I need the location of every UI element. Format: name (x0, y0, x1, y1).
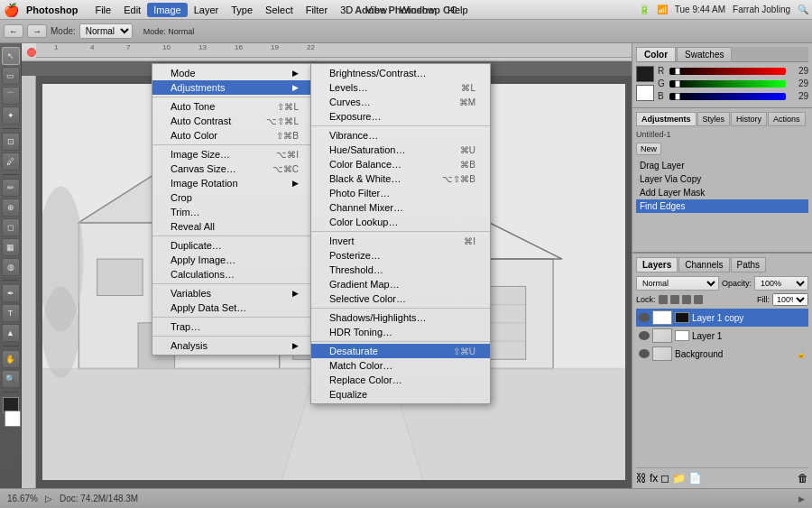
new-layer-btn[interactable]: 📄 (688, 472, 702, 485)
menu-apply-data-set[interactable]: Apply Data Set… (152, 300, 313, 315)
menu-filter[interactable]: Filter (300, 3, 334, 17)
background-color[interactable] (5, 411, 21, 427)
tool-brush[interactable]: ✏ (2, 179, 20, 197)
tool-eraser[interactable]: ◻ (2, 218, 20, 236)
submenu-black-white[interactable]: Black & White… ⌥⇧⌘B (311, 171, 490, 186)
submenu-brightness-contrast[interactable]: Brightness/Contrast… (311, 66, 490, 80)
submenu-equalize[interactable]: Equalize (311, 387, 490, 402)
menu-view[interactable]: View (359, 3, 393, 17)
tool-move[interactable]: ↖ (2, 47, 20, 65)
lock-position-btn[interactable] (682, 295, 691, 304)
tool-text[interactable]: T (2, 304, 20, 322)
app-name[interactable]: Photoshop (26, 5, 78, 15)
menu-help[interactable]: Help (441, 3, 475, 17)
tab-styles[interactable]: Styles (697, 112, 731, 126)
tool-shape[interactable]: ▲ (2, 324, 20, 342)
tab-layers[interactable]: Layers (636, 257, 678, 272)
tool-magic-wand[interactable]: ✦ (2, 106, 20, 125)
submenu-channel-mixer[interactable]: Channel Mixer… (311, 200, 490, 215)
menu-adjustments[interactable]: Adjustments ▶ (152, 80, 313, 95)
submenu-selective-color[interactable]: Selective Color… (311, 291, 490, 306)
submenu-gradient-map[interactable]: Gradient Map… (311, 277, 490, 291)
tool-eyedropper[interactable]: 🖊 (2, 152, 20, 171)
toolbar-mode-btn[interactable]: ← (4, 24, 23, 38)
blue-slider[interactable] (669, 93, 786, 100)
submenu-invert[interactable]: Invert ⌘I (311, 234, 490, 248)
link-layers-btn[interactable]: ⛓ (636, 472, 647, 485)
toolbar-back-btn[interactable]: → (27, 24, 47, 38)
menu-auto-tone[interactable]: Auto Tone ⇧⌘L (152, 99, 313, 114)
menu-calculations[interactable]: Calculations… (152, 267, 313, 282)
menu-variables[interactable]: Variables ▶ (152, 286, 313, 300)
layer-eye-1[interactable] (639, 331, 650, 340)
submenu-threshold[interactable]: Threshold… (311, 263, 490, 277)
menu-image-rotation[interactable]: Image Rotation ▶ (152, 176, 313, 190)
lock-transparent-btn[interactable] (659, 295, 668, 304)
tool-crop[interactable]: ⊡ (2, 133, 20, 151)
menu-duplicate[interactable]: Duplicate… (152, 238, 313, 253)
menu-trim[interactable]: Trim… (152, 205, 313, 219)
submenu-replace-color[interactable]: Replace Color… (311, 373, 490, 387)
menu-mode[interactable]: Mode ▶ (152, 66, 313, 80)
menu-window[interactable]: Window (393, 3, 441, 17)
submenu-color-balance[interactable]: Color Balance… ⌘B (311, 157, 490, 171)
adj-find-edges[interactable]: Find Edges (636, 199, 808, 213)
add-style-btn[interactable]: fx (650, 472, 658, 485)
green-slider[interactable] (669, 80, 786, 88)
delete-layer-btn[interactable]: 🗑 (798, 472, 808, 485)
menu-file[interactable]: File (88, 3, 117, 17)
fill-select[interactable]: 100% (772, 293, 808, 306)
layer-row-background[interactable]: Background 🔒 (636, 345, 808, 363)
tab-history[interactable]: History (731, 112, 767, 126)
submenu-hue-saturation[interactable]: Hue/Saturation… ⌘U (311, 143, 490, 157)
menu-image-size[interactable]: Image Size… ⌥⌘I (152, 147, 313, 162)
tab-color[interactable]: Color (636, 47, 676, 61)
menu-select[interactable]: Select (259, 3, 300, 17)
tab-channels[interactable]: Channels (678, 257, 729, 272)
fg-color-swatch[interactable] (636, 66, 654, 82)
adj-drag-layer[interactable]: Drag Layer (636, 159, 808, 172)
tab-actions[interactable]: Actions (768, 112, 806, 126)
tab-swatches[interactable]: Swatches (677, 47, 732, 61)
tab-paths[interactable]: Paths (731, 257, 767, 272)
layer-row-1-copy[interactable]: Layer 1 copy (636, 309, 808, 327)
menu-3d[interactable]: 3D (334, 3, 359, 17)
menu-reveal-all[interactable]: Reveal All (152, 219, 313, 234)
tool-marquee[interactable]: ▭ (2, 67, 20, 85)
submenu-hdr-toning[interactable]: HDR Toning… (311, 325, 490, 339)
blend-mode-select[interactable]: Normal (636, 276, 719, 291)
layer-eye-1-copy[interactable] (639, 313, 650, 322)
adj-layer-via-copy[interactable]: Layer Via Copy (636, 172, 808, 186)
submenu-exposure[interactable]: Exposure… (311, 109, 490, 124)
menu-trap[interactable]: Trap… (152, 319, 313, 334)
menubar-search-icon[interactable]: 🔍 (798, 5, 808, 14)
menu-edit[interactable]: Edit (117, 3, 147, 17)
menu-image[interactable]: Image (147, 3, 188, 17)
new-group-btn[interactable]: 📁 (672, 472, 686, 485)
submenu-posterize[interactable]: Posterize… (311, 248, 490, 263)
red-slider[interactable] (669, 68, 786, 75)
tool-zoom[interactable]: 🔍 (2, 370, 20, 388)
submenu-desaturate[interactable]: Desaturate ⇧⌘U (311, 344, 490, 358)
submenu-curves[interactable]: Curves… ⌘M (311, 95, 490, 109)
add-mask-btn[interactable]: ◻ (660, 472, 669, 485)
submenu-match-color[interactable]: Match Color… (311, 358, 490, 373)
menu-crop[interactable]: Crop (152, 190, 313, 205)
lock-all-btn[interactable] (694, 295, 703, 304)
close-btn[interactable] (27, 48, 36, 57)
bg-color-swatch[interactable] (636, 85, 654, 101)
tab-adjustments[interactable]: Adjustments (636, 112, 697, 126)
adj-add-layer-mask[interactable]: Add Layer Mask (636, 186, 808, 199)
tool-lasso[interactable]: ⌒ (2, 87, 20, 105)
tool-dodge[interactable]: ◍ (2, 258, 20, 276)
tool-hand[interactable]: ✋ (2, 350, 20, 368)
submenu-vibrance[interactable]: Vibrance… (311, 128, 490, 143)
menu-type[interactable]: Type (225, 3, 259, 17)
menu-layer[interactable]: Layer (188, 3, 226, 17)
menu-auto-color[interactable]: Auto Color ⇧⌘B (152, 128, 313, 143)
tool-stamp[interactable]: ⊕ (2, 199, 20, 217)
opacity-select[interactable]: 100% (754, 276, 808, 291)
tool-gradient[interactable]: ▦ (2, 238, 20, 256)
menu-auto-contrast[interactable]: Auto Contrast ⌥⇧⌘L (152, 114, 313, 128)
mode-select[interactable]: Normal (79, 23, 133, 39)
